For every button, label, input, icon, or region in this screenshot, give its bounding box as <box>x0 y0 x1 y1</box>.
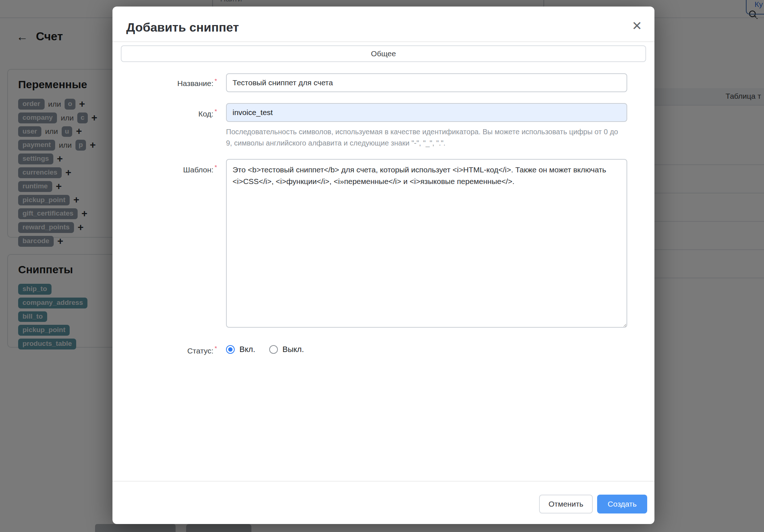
name-label: Название:* <box>112 78 217 88</box>
required-marker: * <box>214 164 217 171</box>
required-marker: * <box>214 108 217 115</box>
status-label: Статус:* <box>112 345 217 355</box>
code-input[interactable] <box>226 103 627 122</box>
template-textarea[interactable]: Это <b>тестовый сниппет</b> для счета, к… <box>226 159 627 328</box>
code-label: Код:* <box>112 108 217 118</box>
required-marker: * <box>214 78 217 85</box>
modal-footer: Отменить Создать <box>112 481 654 524</box>
status-option-on[interactable]: Вкл. <box>226 345 255 354</box>
status-option-off-label: Выкл. <box>283 345 304 354</box>
create-button[interactable]: Создать <box>597 495 647 513</box>
close-icon[interactable]: ✕ <box>632 20 642 32</box>
modal-header: Добавить сниппет ✕ <box>112 7 654 42</box>
status-option-off[interactable]: Выкл. <box>269 345 304 354</box>
name-label-text: Название: <box>177 79 214 87</box>
cancel-button[interactable]: Отменить <box>539 495 593 513</box>
name-input[interactable] <box>226 73 627 92</box>
tab-general[interactable]: Общее <box>121 45 646 62</box>
status-option-on-label: Вкл. <box>239 345 255 354</box>
code-label-text: Код: <box>198 110 214 118</box>
required-marker: * <box>214 345 217 352</box>
code-hint: Последовательность символов, используема… <box>226 126 625 149</box>
status-label-text: Статус: <box>187 347 213 355</box>
radio-unchecked-icon[interactable] <box>269 345 278 354</box>
tab-general-label: Общее <box>371 49 396 58</box>
template-label: Шаблон:* <box>112 164 217 174</box>
radio-checked-icon[interactable] <box>226 345 235 354</box>
template-label-text: Шаблон: <box>183 165 214 174</box>
status-radio-group: Вкл. Выкл. <box>226 341 304 357</box>
add-snippet-modal: Добавить сниппет ✕ Общее Название:* Код:… <box>112 7 654 524</box>
modal-title: Добавить сниппет <box>126 20 239 34</box>
